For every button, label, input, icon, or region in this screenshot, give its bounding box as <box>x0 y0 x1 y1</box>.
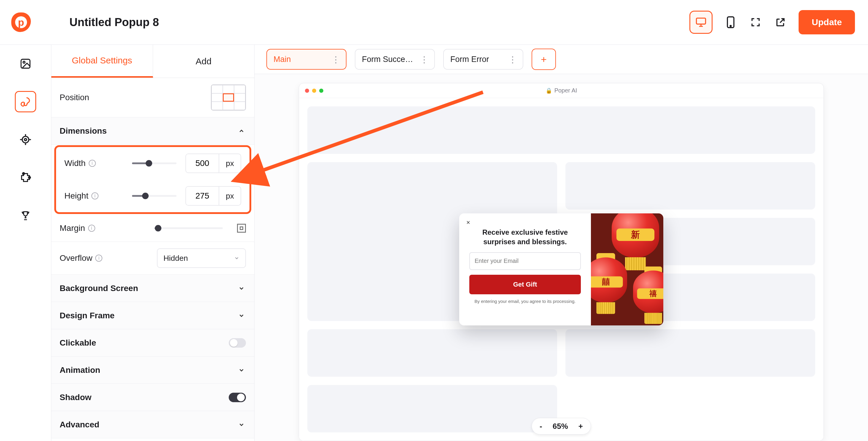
margin-sides-icon[interactable] <box>237 224 246 233</box>
svg-point-2 <box>730 26 731 27</box>
chevron-down-icon <box>237 420 246 429</box>
browser-url-text: Poper AI <box>554 87 577 94</box>
browser-chrome: 🔒 Poper AI <box>299 83 824 98</box>
width-input-group: px <box>185 154 241 173</box>
stage[interactable]: 🔒 Poper AI × Receiv <box>254 74 868 441</box>
window-min-dot <box>312 89 316 93</box>
state-bar: Main ⋮ Form Succe… ⋮ Form Error ⋮ + <box>254 45 868 74</box>
chevron-down-icon <box>234 256 239 261</box>
chevron-down-icon <box>237 366 246 375</box>
svg-rect-3 <box>21 59 30 68</box>
position-center-cell[interactable] <box>223 93 234 102</box>
height-slider[interactable] <box>132 195 177 197</box>
rail-design-button[interactable] <box>15 91 36 112</box>
height-input[interactable] <box>186 187 219 205</box>
skeleton-block <box>307 106 815 154</box>
popup-cta-button[interactable]: Get Gift <box>469 275 581 294</box>
settings-panel: Global Settings Add Position Dimensions … <box>51 45 254 441</box>
chevron-up-icon <box>237 127 246 135</box>
rail-target-button[interactable] <box>15 129 36 150</box>
kebab-icon[interactable]: ⋮ <box>331 54 339 65</box>
topbar-actions: Update <box>689 10 855 34</box>
fullscreen-button[interactable] <box>749 15 763 29</box>
info-icon[interactable]: i <box>89 160 96 167</box>
width-slider[interactable] <box>132 162 177 164</box>
width-row: Widthi px <box>56 147 249 180</box>
rail-integrations-button[interactable] <box>15 167 36 188</box>
info-icon[interactable]: i <box>88 225 95 232</box>
margin-slider[interactable] <box>155 227 223 229</box>
device-desktop-button[interactable] <box>689 11 713 34</box>
advanced-label: Advanced <box>60 420 99 430</box>
position-label: Position <box>60 93 119 102</box>
clickable-toggle[interactable] <box>229 338 246 348</box>
background-screen-header[interactable]: Background Screen <box>51 275 254 302</box>
overflow-label: Overflow <box>60 253 92 263</box>
zoom-in-button[interactable]: + <box>579 422 583 431</box>
desktop-icon <box>695 17 707 27</box>
skeleton-block <box>565 162 815 209</box>
popup-disclaimer: By entering your email, you agree to its… <box>474 299 576 304</box>
update-button[interactable]: Update <box>799 10 855 34</box>
puzzle-icon <box>20 172 31 183</box>
window-close-dot <box>305 89 309 93</box>
info-icon[interactable]: i <box>95 255 102 262</box>
clickable-label: Clickable <box>60 338 96 348</box>
advanced-header[interactable]: Advanced <box>51 411 254 438</box>
shadow-toggle[interactable] <box>229 393 246 402</box>
browser-page: × Receive exclusive festive surprises an… <box>299 98 824 441</box>
kebab-icon[interactable]: ⋮ <box>508 54 516 65</box>
shadow-row: Shadow <box>51 384 254 411</box>
animation-label: Animation <box>60 366 100 375</box>
tab-global-settings[interactable]: Global Settings <box>51 45 153 78</box>
info-icon[interactable]: i <box>91 192 98 199</box>
browser-url: 🔒 Poper AI <box>546 87 577 94</box>
rail-goals-button[interactable] <box>15 205 36 226</box>
open-external-button[interactable] <box>774 15 787 29</box>
overflow-select[interactable]: Hidden <box>157 248 246 268</box>
state-error-pill[interactable]: Form Error ⋮ <box>443 49 523 70</box>
image-icon <box>20 58 31 70</box>
zoom-out-button[interactable]: - <box>539 422 542 431</box>
svg-point-4 <box>23 61 25 63</box>
popup-email-input[interactable] <box>469 252 581 270</box>
popup-content: Receive exclusive festive surprises and … <box>459 213 591 326</box>
brush-icon <box>20 96 31 108</box>
state-success-pill[interactable]: Form Succe… ⋮ <box>355 49 435 70</box>
width-input[interactable] <box>186 154 219 172</box>
svg-point-5 <box>22 136 29 143</box>
left-rail <box>0 45 51 441</box>
shadow-label: Shadow <box>60 393 91 402</box>
overflow-value: Hidden <box>163 254 188 263</box>
fullscreen-icon <box>750 17 761 28</box>
device-mobile-button[interactable] <box>724 15 738 29</box>
animation-header[interactable]: Animation <box>51 357 254 384</box>
height-input-group: px <box>185 186 241 206</box>
clickable-row: Clickable <box>51 329 254 357</box>
trophy-icon <box>20 210 31 221</box>
dimensions-header[interactable]: Dimensions <box>51 117 254 145</box>
lantern-decor: 禧 <box>633 271 663 313</box>
height-unit[interactable]: px <box>219 187 241 205</box>
popup-close-button[interactable]: × <box>466 219 470 227</box>
width-label: Width <box>64 159 86 168</box>
state-main-pill[interactable]: Main ⋮ <box>267 49 346 70</box>
topbar: p Untitled Popup 8 Update <box>0 0 868 44</box>
position-grid[interactable] <box>211 84 246 110</box>
lock-icon: 🔒 <box>546 88 552 94</box>
popup-image: 新 囍 禧 <box>591 213 663 326</box>
state-add-button[interactable]: + <box>532 48 556 70</box>
lantern-decor: 新 <box>612 213 659 258</box>
overflow-row: Overflowi Hidden <box>51 242 254 275</box>
external-link-icon <box>775 17 786 28</box>
rail-templates-button[interactable] <box>15 53 36 74</box>
design-frame-header[interactable]: Design Frame <box>51 302 254 329</box>
popup-preview[interactable]: × Receive exclusive festive surprises an… <box>459 213 663 326</box>
svg-rect-0 <box>696 18 706 24</box>
kebab-icon[interactable]: ⋮ <box>420 54 428 65</box>
mobile-icon <box>727 16 735 28</box>
main-area: Global Settings Add Position Dimensions … <box>0 44 868 441</box>
width-unit[interactable]: px <box>219 154 241 172</box>
canvas-area: Main ⋮ Form Succe… ⋮ Form Error ⋮ + <box>254 45 868 441</box>
tab-add[interactable]: Add <box>153 45 254 78</box>
